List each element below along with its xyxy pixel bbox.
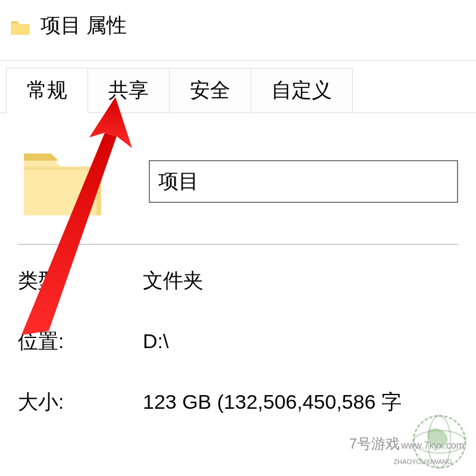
folder-name-row <box>18 143 458 245</box>
svg-point-4 <box>428 416 451 468</box>
svg-point-2 <box>414 416 465 468</box>
value-size: 123 GB (132,506,450,586 字 <box>143 389 402 416</box>
value-location: D:\ <box>143 330 168 353</box>
tab-content-general: 类型: 文件夹 位置: D:\ 大小: 123 GB (132,506,450,… <box>0 112 476 416</box>
watermark-sub: ZHAOYOUXIWANG <box>393 458 452 465</box>
tab-bar: 常规 共享 安全 自定义 <box>6 68 476 113</box>
tab-security[interactable]: 安全 <box>169 68 251 113</box>
tab-general[interactable]: 常规 <box>6 68 88 113</box>
folder-large-icon <box>18 143 107 220</box>
dialog-body: 常规 共享 安全 自定义 类型: 文件夹 位置: D:\ 大小: <box>0 60 476 416</box>
folder-name-input[interactable] <box>149 160 458 203</box>
label-size: 大小: <box>18 389 143 416</box>
label-location: 位置: <box>18 328 143 355</box>
row-size: 大小: 123 GB (132,506,450,586 字 <box>18 389 458 416</box>
window-titlebar: 项目 属性 <box>0 0 476 60</box>
watermark: 7号游戏www.7kyx.com ZHAOYOUXIWANG <box>367 414 471 470</box>
window-title: 项目 属性 <box>40 12 127 39</box>
value-type: 文件夹 <box>143 267 203 295</box>
label-type: 类型: <box>18 267 143 295</box>
globe-icon <box>411 414 468 470</box>
row-location: 位置: D:\ <box>18 328 458 355</box>
tab-sharing[interactable]: 共享 <box>87 68 170 113</box>
row-type: 类型: 文件夹 <box>18 267 458 295</box>
folder-icon <box>11 20 30 35</box>
tab-customize[interactable]: 自定义 <box>250 68 353 113</box>
svg-point-3 <box>414 431 465 453</box>
watermark-brand: 7号游戏www.7kyx.com <box>349 434 464 453</box>
